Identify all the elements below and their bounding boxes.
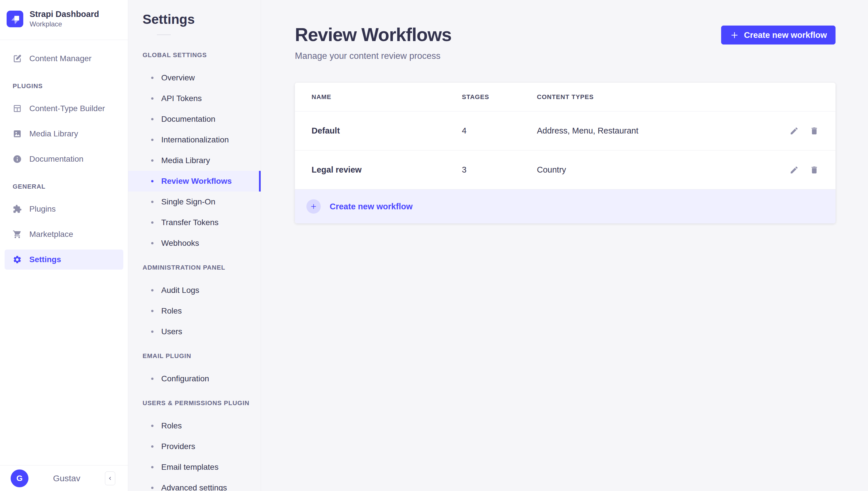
footer-create-workflow-label: Create new workflow <box>330 202 412 211</box>
subnav-item-overview[interactable]: Overview <box>128 67 261 88</box>
subnav-item-up-roles[interactable]: Roles <box>128 415 261 436</box>
workflows-table: NAME STAGES CONTENT TYPES Default 4 Addr… <box>295 83 836 223</box>
subnav-item-transfer-tokens[interactable]: Transfer Tokens <box>128 212 261 233</box>
subnav-item-label: Media Library <box>161 156 210 165</box>
edit-workflow-button[interactable] <box>789 165 799 175</box>
subnav-item-label: Review Workflows <box>161 177 232 186</box>
subnav-item-up-advanced-settings[interactable]: Advanced settings <box>128 478 261 491</box>
subnav-item-up-providers[interactable]: Providers <box>128 436 261 457</box>
bullet-icon <box>151 445 154 447</box>
workflow-stages: 3 <box>462 165 537 175</box>
sidebar-item-settings[interactable]: Settings <box>5 250 123 270</box>
main-content: Review Workflows Manage your content rev… <box>261 0 868 491</box>
sidebar-item-plugins[interactable]: Plugins <box>5 199 123 219</box>
subnav-item-documentation[interactable]: Documentation <box>128 109 261 129</box>
subnav-section-administration-panel: ADMINISTRATION PANEL Audit Logs Roles Us… <box>128 264 261 342</box>
subnav-section-label: GLOBAL SETTINGS <box>128 51 261 59</box>
edit-workflow-button[interactable] <box>789 126 799 136</box>
subnav-item-audit-logs[interactable]: Audit Logs <box>128 280 261 300</box>
bullet-icon <box>151 487 154 489</box>
subnav-item-label: Overview <box>161 73 195 82</box>
sidebar-item-label: Content Manager <box>29 54 91 63</box>
sidebar-item-label: Content-Type Builder <box>29 104 105 113</box>
bullet-icon <box>151 180 154 182</box>
bullet-icon <box>151 97 154 99</box>
subnav-item-label: Single Sign-On <box>161 197 215 206</box>
pencil-square-icon <box>12 54 22 63</box>
subnav-item-label: Transfer Tokens <box>161 218 218 227</box>
subnav-item-label: Advanced settings <box>161 483 227 491</box>
page-subtitle: Manage your content review process <box>295 51 452 61</box>
bullet-icon <box>151 201 154 203</box>
delete-workflow-button[interactable] <box>810 165 819 175</box>
table-row-legal-review[interactable]: Legal review 3 Country <box>295 150 836 190</box>
pencil-icon <box>789 126 799 136</box>
table-header-row: NAME STAGES CONTENT TYPES <box>295 83 836 111</box>
bullet-icon <box>151 139 154 141</box>
sidebar-item-label: Settings <box>29 255 61 264</box>
subnav-item-media-library[interactable]: Media Library <box>128 150 261 171</box>
subnav-item-webhooks[interactable]: Webhooks <box>128 233 261 254</box>
collapse-sidebar-button[interactable] <box>105 471 115 485</box>
gear-icon <box>12 255 22 264</box>
column-header-content-types: CONTENT TYPES <box>537 93 767 101</box>
subnav-title: Settings <box>142 11 261 27</box>
subnav-item-label: Webhooks <box>161 239 199 248</box>
info-circle-icon <box>12 154 22 164</box>
sidebar-item-label: Marketplace <box>29 230 73 239</box>
sidebar-item-label: Media Library <box>29 129 78 138</box>
workflow-stages: 4 <box>462 126 537 136</box>
create-new-workflow-button[interactable]: Create new workflow <box>721 26 836 45</box>
trash-icon <box>810 126 819 136</box>
trash-icon <box>810 165 819 175</box>
sidebar-item-marketplace[interactable]: Marketplace <box>5 224 123 244</box>
subnav-item-label: Providers <box>161 442 195 451</box>
subnav-item-admin-roles[interactable]: Roles <box>128 300 261 321</box>
user-name: Gustav <box>28 473 105 483</box>
subnav-item-admin-users[interactable]: Users <box>128 321 261 342</box>
workspace-title: Strapi Dashboard <box>30 9 99 19</box>
sidebar-footer: G Gustav <box>0 465 128 491</box>
subnav-item-label: Configuration <box>161 374 209 383</box>
subnav-item-email-configuration[interactable]: Configuration <box>128 368 261 389</box>
sidebar-nav: Content Manager PLUGINS Content-Type Bui… <box>0 40 128 465</box>
bullet-icon <box>151 425 154 427</box>
cart-icon <box>12 230 22 239</box>
subnav-item-label: Roles <box>161 307 182 316</box>
bullet-icon <box>151 330 154 333</box>
strapi-logo-icon <box>7 11 23 27</box>
page-header: Review Workflows Manage your content rev… <box>295 25 836 61</box>
subnav-item-label: Audit Logs <box>161 286 199 295</box>
subnav-item-up-email-templates[interactable]: Email templates <box>128 457 261 478</box>
plus-icon <box>730 30 739 40</box>
sidebar-item-media-library[interactable]: Media Library <box>5 124 123 144</box>
subnav-section-global-settings: GLOBAL SETTINGS Overview API Tokens Docu… <box>128 51 261 254</box>
subnav-item-label: Roles <box>161 421 182 430</box>
plus-circle-icon <box>306 199 321 213</box>
subnav-item-internationalization[interactable]: Internationalization <box>128 129 261 150</box>
subnav-item-single-sign-on[interactable]: Single Sign-On <box>128 192 261 212</box>
subnav-title-divider <box>157 34 171 35</box>
delete-workflow-button[interactable] <box>810 126 819 136</box>
bullet-icon <box>151 378 154 380</box>
chevron-left-icon <box>107 475 113 482</box>
subnav-item-api-tokens[interactable]: API Tokens <box>128 88 261 109</box>
image-icon <box>12 129 22 138</box>
table-footer-create-workflow[interactable]: Create new workflow <box>295 190 836 223</box>
settings-subnav: Settings GLOBAL SETTINGS Overview API To… <box>128 0 261 491</box>
sidebar-item-content-manager[interactable]: Content Manager <box>5 49 123 68</box>
subnav-item-review-workflows[interactable]: Review Workflows <box>128 171 261 192</box>
sidebar-item-documentation[interactable]: Documentation <box>5 149 123 169</box>
workflow-content-types: Country <box>537 165 767 175</box>
workspace-brand[interactable]: Strapi Dashboard Workplace <box>0 0 128 40</box>
workflow-name: Legal review <box>311 165 462 175</box>
bullet-icon <box>151 242 154 244</box>
subnav-section-label: EMAIL PLUGIN <box>128 352 261 360</box>
sidebar-item-content-type-builder[interactable]: Content-Type Builder <box>5 98 123 119</box>
sidebar-section-general: GENERAL <box>12 183 123 191</box>
bullet-icon <box>151 466 154 468</box>
subnav-section-label: USERS & PERMISSIONS PLUGIN <box>128 399 261 407</box>
table-row-default[interactable]: Default 4 Address, Menu, Restaurant <box>295 111 836 150</box>
user-avatar[interactable]: G <box>11 469 28 487</box>
page-title: Review Workflows <box>295 25 452 45</box>
